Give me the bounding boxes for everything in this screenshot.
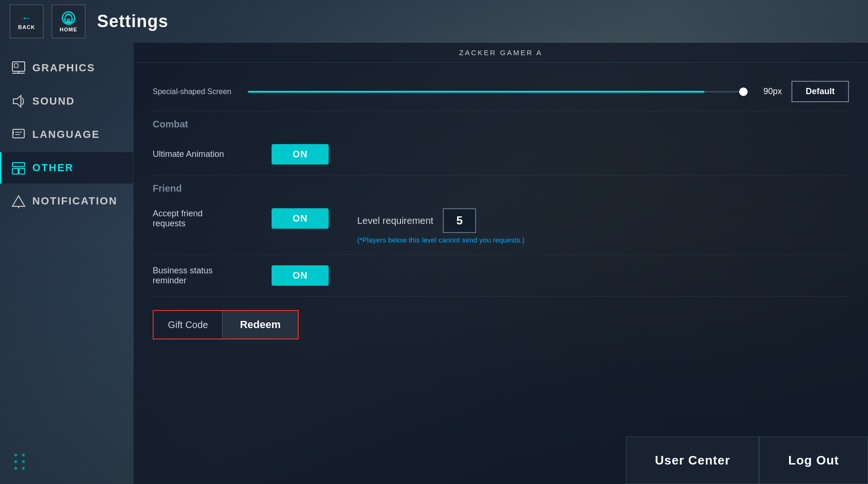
svg-rect-3 [14, 64, 18, 68]
bottom-bar: User Center Log Out [626, 436, 868, 484]
accept-friend-row: Accept friendrequests ON Level requireme… [153, 198, 849, 255]
slider-value: 90px [753, 87, 782, 97]
ultimate-animation-toggle[interactable]: ON [272, 144, 329, 165]
combat-section-label: Combat [153, 111, 849, 134]
svg-rect-1 [67, 19, 70, 22]
sidebar-decoration [0, 444, 133, 479]
home-label: HOME [60, 27, 78, 32]
level-requirement-label: Level requirement [357, 215, 433, 226]
user-center-button[interactable]: User Center [626, 436, 759, 484]
sound-icon [11, 94, 26, 108]
level-requirement-group: Level requirement 5 (*Players below this… [357, 208, 525, 244]
graphics-icon [11, 61, 26, 75]
default-button[interactable]: Default [791, 81, 849, 102]
special-screen-row: Special-shaped Screen 90px Default [153, 72, 849, 111]
content-panel: ZACKER GAMER A Special-shaped Screen 90p… [133, 43, 868, 484]
slider-track[interactable] [248, 91, 744, 93]
business-status-label: Business statusreminder [153, 266, 257, 286]
friend-section-label: Friend [153, 175, 849, 198]
notification-label: NOTIFICATION [32, 195, 117, 207]
business-status-toggle[interactable]: ON [272, 265, 329, 286]
sound-label: SOUND [32, 95, 75, 107]
slider-fill [248, 91, 704, 93]
main-layout: GRAPHICS SOUND LANGUAGE [0, 43, 868, 484]
ultimate-animation-row: Ultimate Animation ON [153, 134, 849, 175]
language-label: LANGUAGE [32, 128, 100, 141]
level-value: 5 [443, 208, 476, 233]
accept-friend-toggle[interactable]: ON [272, 208, 329, 229]
back-label: BACK [18, 24, 35, 30]
other-icon [11, 161, 26, 175]
settings-body: Special-shaped Screen 90px Default Comba… [134, 63, 868, 484]
header: ← BACK HOME Settings [0, 0, 868, 43]
svg-rect-7 [13, 129, 24, 138]
slider-label: Special-shaped Screen [153, 87, 238, 96]
home-icon [61, 10, 76, 26]
business-status-row: Business statusreminder ON [153, 255, 849, 297]
gift-code-label: Gift Code [154, 312, 222, 338]
page-title: Settings [97, 11, 168, 31]
logout-button[interactable]: Log Out [759, 436, 868, 484]
level-note: (*Players below this level cannot send y… [357, 236, 525, 244]
svg-rect-13 [19, 168, 25, 174]
back-arrow-icon: ← [21, 13, 32, 23]
sidebar-item-sound[interactable]: SOUND [0, 86, 133, 117]
ultimate-animation-label: Ultimate Animation [153, 149, 257, 159]
sidebar: GRAPHICS SOUND LANGUAGE [0, 43, 133, 484]
accept-friend-label: Accept friendrequests [153, 209, 257, 229]
redeem-button[interactable]: Redeem [222, 311, 298, 339]
notification-icon [11, 194, 26, 208]
svg-rect-12 [12, 168, 18, 174]
sidebar-item-language[interactable]: LANGUAGE [0, 119, 133, 150]
svg-marker-14 [12, 196, 25, 206]
home-button[interactable]: HOME [51, 4, 86, 39]
language-icon [11, 127, 26, 142]
svg-rect-11 [12, 163, 25, 166]
slider-thumb[interactable] [739, 87, 748, 96]
accept-friend-left: Accept friendrequests ON [153, 208, 329, 229]
graphics-label: GRAPHICS [32, 62, 95, 74]
sidebar-item-other[interactable]: OTHER [0, 152, 133, 184]
svg-marker-6 [13, 96, 21, 107]
username-bar: ZACKER GAMER A [134, 43, 868, 63]
username: ZACKER GAMER A [459, 48, 542, 57]
back-button[interactable]: ← BACK [10, 4, 44, 39]
sidebar-item-graphics[interactable]: GRAPHICS [0, 52, 133, 84]
other-label: OTHER [32, 162, 74, 174]
gift-code-section: Gift Code Redeem [153, 297, 849, 353]
gift-code-box: Gift Code Redeem [153, 310, 299, 339]
sidebar-item-notification[interactable]: NOTIFICATION [0, 185, 133, 217]
